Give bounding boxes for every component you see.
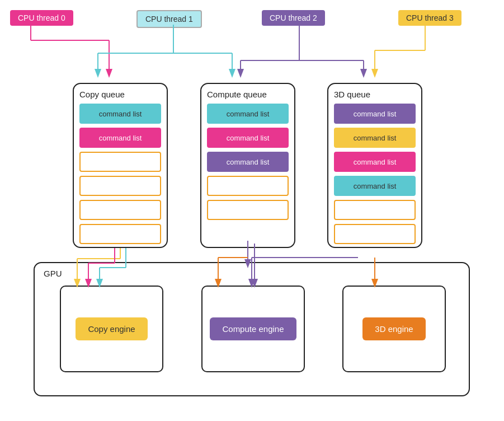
3d-cmd-1: command list: [334, 104, 416, 124]
cpu-thread-1: CPU thread 1: [136, 10, 202, 28]
3d-engine-box: 3D engine: [342, 286, 446, 372]
compute-cmd-1: command list: [207, 104, 289, 124]
3d-queue-title: 3D queue: [334, 90, 416, 99]
copy-cmd-6: [79, 224, 161, 244]
copy-engine-box: Copy engine: [60, 286, 163, 372]
diagram: CPU thread 0 CPU thread 1 CPU thread 2 C…: [0, 0, 504, 421]
copy-cmd-5: [79, 200, 161, 220]
3d-cmd-2: command list: [334, 128, 416, 148]
copy-cmd-1: command list: [79, 104, 161, 124]
compute-cmd-5: [207, 200, 289, 220]
compute-cmd-3: command list: [207, 152, 289, 172]
copy-cmd-4: [79, 176, 161, 196]
copy-queue: Copy queue command list command list: [73, 83, 168, 248]
compute-cmd-2: command list: [207, 128, 289, 148]
3d-cmd-3: command list: [334, 152, 416, 172]
copy-cmd-2: command list: [79, 128, 161, 148]
3d-cmd-5: [334, 200, 416, 220]
copy-queue-title: Copy queue: [79, 90, 161, 99]
compute-queue-title: Compute queue: [207, 90, 289, 99]
compute-queue: Compute queue command list command list …: [200, 83, 295, 248]
gpu-box: GPU Copy engine Compute engine 3D engine: [34, 262, 470, 396]
3d-cmd-6: [334, 224, 416, 244]
3d-queue: 3D queue command list command list comma…: [327, 83, 422, 248]
copy-engine-label: Copy engine: [76, 317, 147, 340]
cpu-thread-2: CPU thread 2: [262, 10, 325, 26]
copy-cmd-3: [79, 152, 161, 172]
cpu-thread-0: CPU thread 0: [10, 10, 73, 26]
3d-cmd-4: command list: [334, 176, 416, 196]
compute-cmd-4: [207, 176, 289, 196]
3d-engine-label: 3D engine: [362, 317, 425, 340]
compute-engine-label: Compute engine: [210, 317, 296, 340]
gpu-label: GPU: [44, 269, 62, 278]
cpu-thread-3: CPU thread 3: [398, 10, 461, 26]
compute-engine-box: Compute engine: [201, 286, 305, 372]
